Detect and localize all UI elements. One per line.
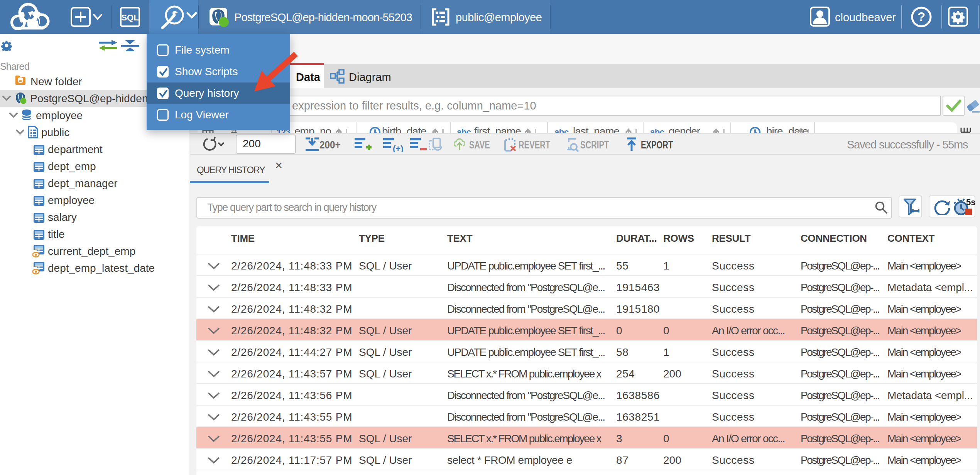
svg-text:?: ? (917, 10, 925, 24)
svg-text:(+): (+) (393, 144, 404, 152)
